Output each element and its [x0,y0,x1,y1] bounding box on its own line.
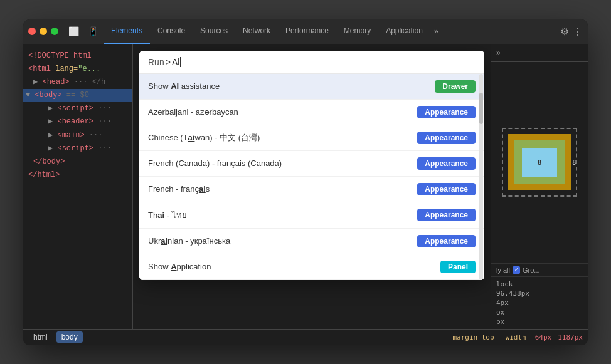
window-controls [28,28,58,35]
box-model: 8 8 [502,128,577,197]
tab-memory[interactable]: Memory [336,19,378,44]
body-tag[interactable]: ▼ <body> == $0 [23,89,132,102]
group-label: Gro... [523,266,540,274]
command-results: Show AI assistance Drawer Azerbaijani - … [139,74,484,280]
prop-width1: 96.438px [496,289,583,298]
more-tabs-icon[interactable]: » [430,27,442,36]
minimize-button[interactable] [40,28,47,35]
result-label-ukrainian: Ukrainian - українська [148,236,230,246]
script-tag-1[interactable]: ▶ <script> ··· [23,102,132,115]
tab-console[interactable]: Console [150,19,193,44]
badge-appearance-6[interactable]: Appearance [417,235,476,247]
prop-px: px [496,317,583,326]
script-tag-2[interactable]: ▶ <script> ··· [23,142,132,155]
header-tag[interactable]: ▶ <header> ··· [23,115,132,128]
devtools-window: ⬜ 📱 Elements Console Sources Network Per… [23,19,588,345]
tab-sources[interactable]: Sources [193,19,235,44]
result-azerbaijani[interactable]: Azerbaijani - azərbaycan Appearance [139,100,484,125]
group-checkbox[interactable] [513,266,520,274]
box-right-label: 8 [572,159,576,166]
html-doctype: <!DOCTYPE html [23,49,132,63]
box-content-number: 8 [538,159,541,166]
body-close-tag: </body> [23,155,132,169]
forward-arrow-icon[interactable]: » [496,48,501,57]
right-panel: » 8 8 ly all Gro... [491,44,588,329]
main-content: <!DOCTYPE html <html lang="e... ▶ <head>… [23,44,588,329]
prop-lock: lock [496,279,583,289]
overlay-area: Run > Al Show AI assistance Drawer [133,44,491,329]
tab-bar: ⬜ 📱 Elements Console Sources Network Per… [23,19,588,44]
filter-row: ly all Gro... [491,263,588,276]
cursor [180,57,181,67]
result-label-thai: Thai - ไทย [148,209,187,222]
result-label-application: Show Application [148,262,211,271]
close-button[interactable] [28,28,36,35]
result-ai-assistance[interactable]: Show AI assistance Drawer [139,74,484,100]
prop-4px: 4px [496,298,583,308]
maximize-button[interactable] [51,28,58,35]
tabs-list: Elements Console Sources Network Perform… [104,19,560,44]
inspect-icon[interactable]: ⬜ [66,25,82,38]
toolbar-icons: ⬜ 📱 [66,25,101,38]
result-thai[interactable]: Thai - ไทย Appearance [139,202,484,229]
badge-appearance-1[interactable]: Appearance [417,106,476,118]
margin-top-row: margin-top [450,333,496,341]
filter-label: ly all [496,266,510,274]
bottom-bar: html body margin-top width 64px 1187px [23,329,588,345]
result-label-ai: Show AI assistance [148,81,220,91]
right-toolbar: » [491,44,588,62]
tab-performance[interactable]: Performance [278,19,336,44]
breadcrumb-body[interactable]: body [56,331,83,343]
command-palette: Run > Al Show AI assistance Drawer [139,51,484,280]
tab-network[interactable]: Network [235,19,278,44]
command-input-text[interactable]: Al [172,57,179,67]
result-label-french-canada: French (Canada) - français (Canada) [148,159,282,168]
result-ukrainian[interactable]: Ukrainian - українська Appearance [139,229,484,254]
more-options-icon[interactable]: ⋮ [573,26,583,38]
run-label: Run [148,57,164,67]
result-label-azerbaijani: Azerbaijani - azərbaycan [148,107,238,117]
width-row: width [503,333,529,341]
tab-application[interactable]: Application [378,19,430,44]
result-french-canada[interactable]: French (Canada) - français (Canada) Appe… [139,151,484,177]
settings-icon[interactable]: ⚙ [560,26,569,38]
device-icon[interactable]: 📱 [85,25,101,38]
bottom-value2: 1187px [558,333,583,341]
badge-drawer[interactable]: Drawer [435,80,476,93]
cmd-arrow: > [166,57,171,67]
prop-ox: ox [496,308,583,317]
command-input-row[interactable]: Run > Al [139,51,484,74]
result-label-chinese: Chinese (Taiwan) - 中文 (台灣) [148,132,260,143]
box-model-area: 8 8 [491,62,588,263]
badge-appearance-2[interactable]: Appearance [417,132,476,144]
scrollbar-thumb[interactable] [479,93,483,124]
elements-panel: <!DOCTYPE html <html lang="e... ▶ <head>… [23,44,133,329]
result-chinese-taiwan[interactable]: Chinese (Taiwan) - 中文 (台灣) Appearance [139,125,484,151]
result-show-application[interactable]: Show Application Panel [139,254,484,280]
badge-appearance-3[interactable]: Appearance [417,157,476,170]
computed-props: lock 96.438px 4px ox px [491,276,588,329]
badge-appearance-4[interactable]: Appearance [417,183,476,195]
scrollbar-track [479,74,483,280]
main-tag[interactable]: ▶ <main> ··· [23,129,132,142]
result-label-french: French - français [148,184,210,194]
bottom-right: margin-top width 64px 1187px [450,333,583,341]
box-content: 8 [522,148,557,177]
bottom-value: 64px [535,333,552,341]
tab-bar-right: ⚙ ⋮ [560,26,583,38]
badge-panel[interactable]: Panel [440,261,476,273]
result-french[interactable]: French - français Appearance [139,177,484,202]
tab-elements[interactable]: Elements [104,19,150,44]
breadcrumb-html[interactable]: html [28,331,53,343]
badge-appearance-5[interactable]: Appearance [417,209,476,221]
html-tag[interactable]: <html lang="e... [23,63,132,76]
html-close-tag: </html> [23,169,132,182]
head-tag[interactable]: ▶ <head> ··· </h [23,76,132,89]
